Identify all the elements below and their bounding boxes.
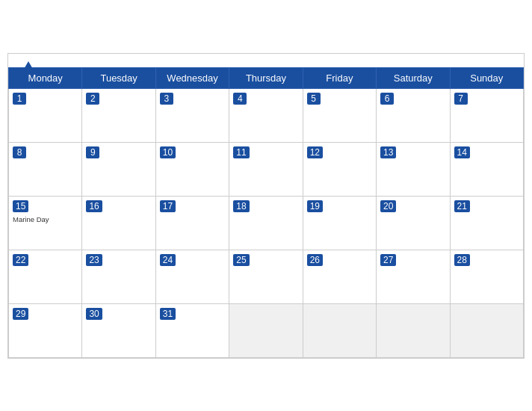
day-number: 25 — [233, 254, 249, 266]
calendar-day-cell: 9 — [82, 142, 155, 196]
calendar-day-cell: 8 — [9, 142, 82, 196]
calendar-day-cell: 28 — [450, 250, 523, 303]
day-number: 17 — [160, 200, 176, 212]
calendar-day-cell: 22 — [9, 250, 82, 303]
empty-cell — [450, 303, 523, 357]
day-number: 13 — [380, 146, 396, 158]
empty-cell — [377, 303, 450, 357]
empty-cell — [229, 303, 303, 357]
calendar-day-cell: 11 — [229, 142, 303, 196]
calendar-day-cell: 25 — [229, 250, 303, 303]
day-number: 31 — [160, 308, 176, 320]
calendar-container: MondayTuesdayWednesdayThursdayFridaySatu… — [7, 53, 525, 359]
calendar-week-row: 22232425262728 — [9, 250, 524, 303]
weekday-header-thursday: Thursday — [229, 67, 303, 88]
event-label: Marine Day — [13, 215, 78, 223]
calendar-day-cell: 20 — [377, 196, 450, 250]
calendar-day-cell: 26 — [303, 250, 376, 303]
calendar-day-cell: 1 — [9, 88, 82, 142]
calendar-day-cell: 27 — [377, 250, 450, 303]
day-number: 2 — [86, 93, 99, 105]
calendar-day-cell: 5 — [303, 88, 376, 142]
calendar-day-cell: 17 — [155, 196, 229, 250]
calendar-week-row: 293031 — [9, 303, 524, 357]
day-number: 24 — [160, 254, 176, 266]
calendar-day-cell: 15Marine Day — [9, 196, 82, 250]
day-number: 6 — [380, 93, 394, 105]
day-number: 30 — [86, 308, 102, 320]
brand-logo — [20, 61, 34, 70]
calendar-grid: MondayTuesdayWednesdayThursdayFridaySatu… — [8, 67, 524, 358]
weekday-header-row: MondayTuesdayWednesdayThursdayFridaySatu… — [9, 67, 524, 88]
day-number: 10 — [160, 146, 176, 158]
day-number: 8 — [13, 146, 26, 158]
day-number: 21 — [454, 200, 470, 212]
calendar-week-row: 891011121314 — [9, 142, 524, 196]
day-number: 9 — [86, 146, 99, 158]
day-number: 20 — [380, 200, 396, 212]
day-number: 14 — [454, 146, 470, 158]
brand-blue-text — [20, 61, 34, 70]
weekday-header-sunday: Sunday — [450, 67, 523, 88]
day-number: 3 — [160, 93, 173, 105]
day-number: 12 — [307, 146, 323, 158]
calendar-day-cell: 23 — [82, 250, 155, 303]
weekday-header-saturday: Saturday — [377, 67, 450, 88]
calendar-day-cell: 13 — [377, 142, 450, 196]
day-number: 7 — [454, 93, 468, 105]
brand-triangle-icon — [23, 61, 34, 70]
calendar-day-cell: 6 — [377, 88, 450, 142]
weekday-header-wednesday: Wednesday — [155, 67, 229, 88]
calendar-header — [8, 54, 524, 67]
day-number: 29 — [13, 308, 28, 320]
day-number: 15 — [13, 200, 28, 212]
day-number: 26 — [307, 254, 323, 266]
day-number: 28 — [454, 254, 470, 266]
day-number: 4 — [233, 93, 247, 105]
calendar-day-cell: 30 — [82, 303, 155, 357]
day-number: 1 — [13, 93, 26, 105]
day-number: 22 — [13, 254, 28, 266]
calendar-day-cell: 10 — [155, 142, 229, 196]
calendar-day-cell: 12 — [303, 142, 376, 196]
calendar-day-cell: 21 — [450, 196, 523, 250]
calendar-day-cell: 29 — [9, 303, 82, 357]
day-number: 16 — [86, 200, 102, 212]
day-number: 18 — [233, 200, 249, 212]
day-number: 27 — [380, 254, 396, 266]
calendar-week-row: 1234567 — [9, 88, 524, 142]
calendar-week-row: 15Marine Day161718192021 — [9, 196, 524, 250]
calendar-day-cell: 16 — [82, 196, 155, 250]
day-number: 5 — [307, 93, 321, 105]
empty-cell — [303, 303, 376, 357]
weekday-header-monday: Monday — [9, 67, 82, 88]
calendar-day-cell: 31 — [155, 303, 229, 357]
calendar-day-cell: 3 — [155, 88, 229, 142]
day-number: 11 — [233, 146, 249, 158]
calendar-day-cell: 18 — [229, 196, 303, 250]
calendar-day-cell: 14 — [450, 142, 523, 196]
weekday-header-friday: Friday — [303, 67, 376, 88]
calendar-day-cell: 24 — [155, 250, 229, 303]
calendar-day-cell: 4 — [229, 88, 303, 142]
calendar-day-cell: 2 — [82, 88, 155, 142]
weekday-header-tuesday: Tuesday — [82, 67, 155, 88]
calendar-day-cell: 19 — [303, 196, 376, 250]
day-number: 23 — [86, 254, 102, 266]
calendar-day-cell: 7 — [450, 88, 523, 142]
day-number: 19 — [307, 200, 323, 212]
